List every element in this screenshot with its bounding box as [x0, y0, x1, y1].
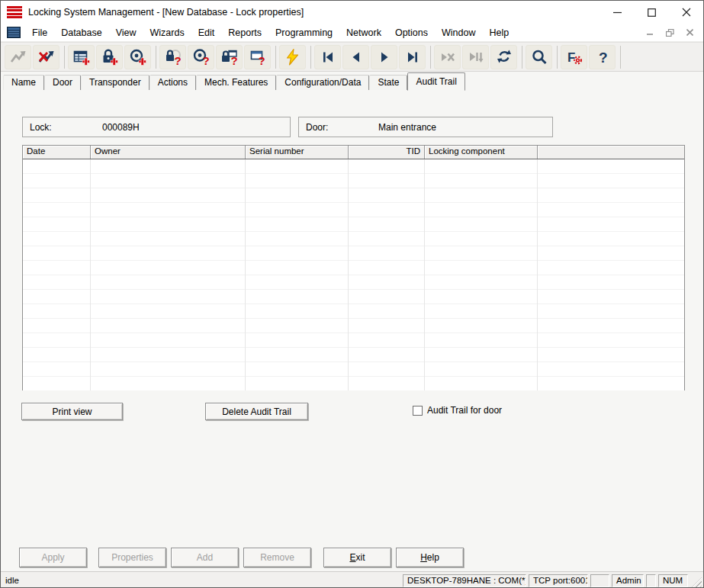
last-record-button[interactable]: [399, 45, 426, 69]
column-header-owner[interactable]: Owner: [91, 146, 246, 159]
status-message: idle: [5, 576, 400, 585]
add-transponder-button[interactable]: [124, 45, 151, 69]
toolbar-separator: [522, 46, 522, 69]
toolbar-separator: [275, 46, 276, 69]
program-button[interactable]: [279, 45, 306, 69]
toolbar: ? ? ? ?: [1, 42, 703, 72]
disconnect-button[interactable]: [33, 45, 59, 69]
table-column-serial-number: [246, 159, 349, 390]
lock-value: 000089H: [102, 122, 140, 133]
search-button[interactable]: [526, 45, 552, 69]
door-label: Door:: [306, 122, 378, 133]
connect-icon: [9, 48, 27, 66]
menu-window[interactable]: Window: [435, 25, 482, 40]
tab-name[interactable]: Name: [3, 75, 44, 90]
previous-record-button[interactable]: [342, 45, 369, 69]
column-header-tid[interactable]: TID: [349, 146, 425, 159]
document-window-icon: [7, 27, 21, 38]
tab-page-audit-trail: Name Door Transponder Actions Mech. Feat…: [1, 72, 703, 571]
first-record-icon: [320, 49, 336, 66]
toolbar-separator: [64, 46, 65, 69]
remove-button[interactable]: Remove: [243, 548, 311, 567]
first-record-button[interactable]: [314, 45, 341, 69]
menu-programming[interactable]: Programming: [268, 25, 339, 40]
read-config-icon: ?: [249, 48, 267, 66]
table-column-date: [23, 159, 91, 390]
mdi-restore-icon: [666, 29, 674, 37]
menu-view[interactable]: View: [109, 25, 143, 40]
menu-database[interactable]: Database: [54, 25, 109, 40]
minimize-button[interactable]: [600, 1, 635, 24]
menu-wizards[interactable]: Wizards: [143, 25, 191, 40]
table-header-row: Date Owner Serial number TID Locking com…: [23, 146, 684, 159]
tab-configuration-data[interactable]: Configuration/Data: [276, 75, 369, 90]
svg-text:?: ?: [599, 50, 608, 66]
menu-help[interactable]: Help: [482, 25, 516, 40]
exit-button[interactable]: Exit: [323, 548, 391, 567]
audit-trail-for-door-checkbox[interactable]: [413, 406, 423, 416]
read-transponder-button[interactable]: ?: [188, 45, 214, 69]
tab-door[interactable]: Door: [44, 75, 81, 90]
refresh-button[interactable]: [490, 45, 517, 69]
resize-grip[interactable]: [690, 577, 702, 588]
read-lock-icon: ?: [164, 48, 182, 66]
read-lock-config-button[interactable]: ?: [216, 45, 243, 69]
next-marked-record-button[interactable]: [462, 45, 489, 69]
apply-button[interactable]: Apply: [19, 548, 87, 567]
tab-transponder[interactable]: Transponder: [81, 75, 149, 90]
column-header-locking-component[interactable]: Locking component: [425, 146, 538, 159]
column-header-date[interactable]: Date: [23, 146, 91, 159]
close-icon: [682, 8, 691, 17]
next-record-button[interactable]: [371, 45, 397, 69]
tab-mech-features[interactable]: Mech. Features: [196, 75, 276, 90]
svg-text:?: ?: [230, 54, 237, 66]
menu-options[interactable]: Options: [388, 25, 435, 40]
maximize-button[interactable]: [635, 1, 669, 24]
lock-field: Lock: 000089H: [22, 117, 291, 137]
mdi-minimize-button[interactable]: [642, 27, 657, 39]
menu-network[interactable]: Network: [339, 25, 388, 40]
tab-audit-trail[interactable]: Audit Trail: [407, 72, 465, 91]
mdi-restore-button[interactable]: [662, 27, 677, 39]
column-header-serial-number[interactable]: Serial number: [246, 146, 349, 159]
print-view-button[interactable]: Print view: [21, 403, 123, 420]
tab-state[interactable]: State: [369, 75, 407, 90]
footer-button-bar: Apply Properties Add Remove Exit Help: [1, 548, 703, 568]
add-locking-system-button[interactable]: [68, 45, 95, 69]
help-button[interactable]: ?: [589, 45, 616, 69]
last-record-icon: [404, 49, 421, 66]
table-body[interactable]: [23, 159, 684, 390]
filter-button[interactable]: F: [561, 45, 587, 69]
column-header-empty[interactable]: [538, 146, 684, 159]
next-record-icon: [376, 49, 393, 66]
status-bar: idle DESKTOP-789HANE : COM(*) TCP port:6…: [1, 571, 703, 588]
add-transponder-icon: [129, 48, 147, 66]
door-value: Main entrance: [378, 122, 436, 133]
properties-button[interactable]: Properties: [98, 548, 166, 567]
menu-reports[interactable]: Reports: [221, 25, 268, 40]
mdi-minimize-icon: [647, 29, 654, 36]
lock-label: Lock:: [30, 122, 102, 133]
help-icon: ?: [593, 48, 612, 66]
menu-edit[interactable]: Edit: [191, 25, 222, 40]
tab-strip: Name Door Transponder Actions Mech. Feat…: [1, 72, 703, 90]
disconnect-icon: [37, 48, 56, 66]
mdi-close-button[interactable]: [682, 27, 697, 39]
add-lock-button[interactable]: [96, 45, 123, 69]
add-button[interactable]: Add: [171, 548, 239, 567]
read-config-button[interactable]: ?: [244, 45, 271, 69]
cancel-record-button[interactable]: [434, 45, 461, 69]
connect-button[interactable]: [5, 45, 31, 69]
close-button[interactable]: [669, 1, 703, 24]
table-column-tid: [349, 159, 425, 390]
menu-file[interactable]: File: [25, 25, 54, 40]
status-host-com: DESKTOP-789HANE : COM(*): [403, 574, 526, 587]
add-locking-system-icon: [72, 48, 91, 66]
delete-audit-trail-button[interactable]: Delete Audit Trail: [205, 403, 308, 420]
help-footer-button[interactable]: Help: [396, 548, 464, 567]
read-lock-button[interactable]: ?: [159, 45, 186, 69]
read-transponder-icon: ?: [192, 48, 211, 66]
toolbar-separator: [310, 46, 311, 69]
mdi-close-icon: [686, 29, 693, 36]
tab-actions[interactable]: Actions: [149, 75, 196, 90]
